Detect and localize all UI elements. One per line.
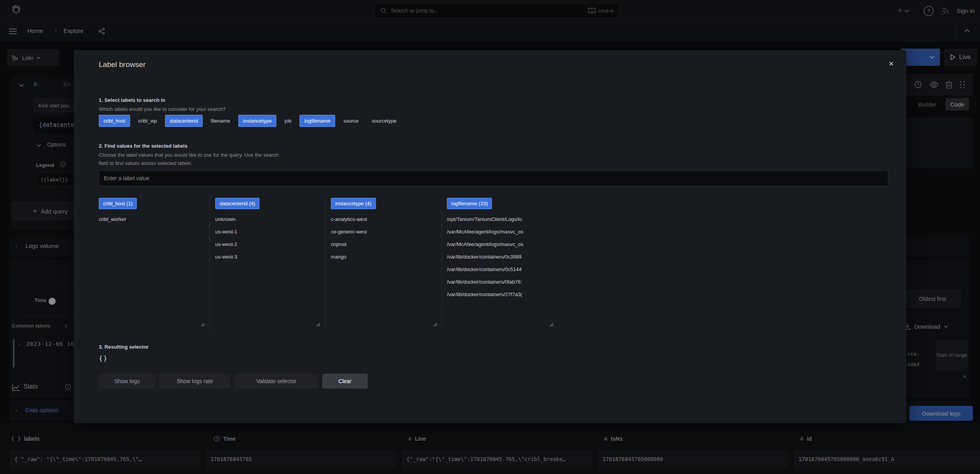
label-chip-cribl_wp[interactable]: cribl_wp bbox=[134, 115, 162, 127]
label-chip-sourcetype[interactable]: sourcetype bbox=[367, 115, 401, 127]
column-header-chip[interactable]: cribl_host (1) bbox=[99, 198, 137, 209]
step1-title: 1. Select labels to search in bbox=[99, 97, 165, 103]
label-value[interactable]: /opt/Tanium/TaniumClient/Logs/lo bbox=[447, 216, 556, 222]
column-resize-handle[interactable] bbox=[200, 322, 205, 327]
column-resize-handle[interactable] bbox=[316, 322, 320, 327]
label-value[interactable]: cnprod bbox=[331, 241, 437, 247]
label-chip-row: cribl_host cribl_wp datacenterid filenam… bbox=[99, 115, 401, 127]
label-value[interactable]: ce-generic-west bbox=[331, 229, 437, 235]
label-chip-logfilename[interactable]: logfilename bbox=[299, 115, 335, 127]
column-divider bbox=[442, 198, 442, 329]
step2-description-line1: Choose the label values that you would l… bbox=[99, 152, 279, 158]
label-value[interactable]: c-analytics-west bbox=[331, 216, 437, 222]
column-divider bbox=[209, 198, 210, 329]
label-chip-source[interactable]: source bbox=[339, 115, 363, 127]
step2-description-line2: field to find values across selected lab… bbox=[99, 160, 192, 166]
label-value-search-input[interactable]: Enter a label value bbox=[99, 170, 888, 186]
search-placeholder: Enter a label value bbox=[104, 175, 149, 181]
label-chip-datacenterid[interactable]: datacenterid bbox=[165, 115, 203, 127]
column-header-chip[interactable]: datacenterid (4) bbox=[215, 198, 260, 209]
modal-close-icon[interactable]: × bbox=[889, 60, 894, 68]
value-column-datacenterid: datacenterid (4) unknown us-west-1 us-we… bbox=[215, 198, 320, 329]
resulting-selector: {} bbox=[99, 355, 108, 362]
label-value[interactable]: /var/McAfee/agent/logs/masvc_os bbox=[447, 241, 556, 247]
modal-button-row: Show logs Show logs rate Validate select… bbox=[99, 374, 368, 389]
label-value[interactable]: /var/lib/docker/containers/0fab76: bbox=[447, 279, 556, 285]
show-logs-button[interactable]: Show logs bbox=[99, 374, 155, 389]
column-header-chip[interactable]: instancetype (4) bbox=[331, 198, 376, 209]
label-value[interactable]: us-west-1 bbox=[215, 229, 320, 235]
label-value[interactable]: /var/lib/docker/containers/0c3989 bbox=[447, 254, 556, 260]
modal-title: Label browser bbox=[99, 60, 145, 69]
label-chip-cribl_host[interactable]: cribl_host bbox=[99, 115, 130, 127]
step2-title: 2. Find values for the selected labels bbox=[99, 143, 187, 149]
value-column-cribl_host: cribl_host (1) cribl_worker bbox=[99, 198, 205, 329]
label-value[interactable]: us-west-2 bbox=[215, 241, 320, 247]
label-value[interactable]: us-west-3 bbox=[215, 254, 320, 260]
label-chip-job[interactable]: job bbox=[280, 115, 296, 127]
column-resize-handle[interactable] bbox=[549, 322, 554, 327]
value-column-instancetype: instancetype (4) c-analytics-west ce-gen… bbox=[331, 198, 437, 329]
label-value[interactable]: /var/McAfee/agent/logs/masvc_os bbox=[447, 229, 556, 235]
label-value[interactable]: /var/lib/docker/containers/0c5144 bbox=[447, 266, 556, 272]
column-resize-handle[interactable] bbox=[432, 322, 437, 327]
show-logs-rate-button[interactable]: Show logs rate bbox=[159, 374, 230, 389]
label-value[interactable]: cribl_worker bbox=[99, 216, 205, 222]
value-column-logfilename: logfilename (33) /opt/Tanium/TaniumClien… bbox=[447, 198, 556, 329]
label-value[interactable]: unknown bbox=[215, 216, 320, 222]
label-value[interactable]: mango bbox=[331, 254, 437, 260]
column-divider bbox=[325, 198, 325, 329]
label-value[interactable]: /var/lib/docker/containers/27f7a3( bbox=[447, 291, 556, 297]
step3-title: 3. Resulting selector bbox=[99, 344, 149, 350]
validate-selector-button[interactable]: Validate selector bbox=[234, 374, 318, 389]
clear-button[interactable]: Clear bbox=[322, 374, 368, 389]
grafana-explore-screen: Search or jump to... cmd+k + ? Sign in bbox=[0, 0, 980, 474]
label-chip-filename[interactable]: filename bbox=[206, 115, 235, 127]
column-header-chip[interactable]: logfilename (33) bbox=[447, 198, 492, 209]
step1-description: Which labels would you like to consider … bbox=[99, 106, 226, 112]
label-chip-instancetype[interactable]: instancetype bbox=[238, 115, 276, 127]
label-browser-modal: Label browser × 1. Select labels to sear… bbox=[74, 50, 906, 423]
